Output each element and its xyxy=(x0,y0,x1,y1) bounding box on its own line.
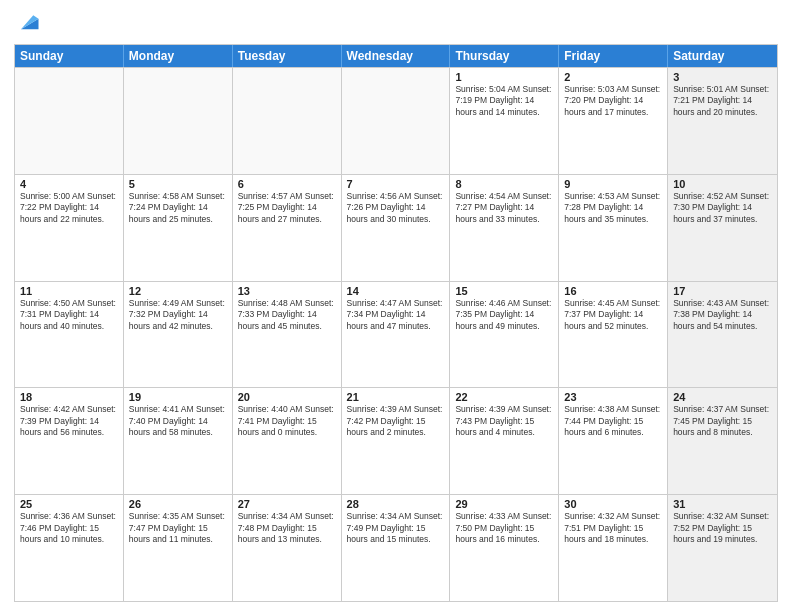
day-info: Sunrise: 5:00 AM Sunset: 7:22 PM Dayligh… xyxy=(20,191,118,225)
day-info: Sunrise: 4:39 AM Sunset: 7:43 PM Dayligh… xyxy=(455,404,553,438)
day-number: 1 xyxy=(455,71,553,83)
header-cell-sunday: Sunday xyxy=(15,45,124,67)
day-number: 9 xyxy=(564,178,662,190)
calendar-cell: 28Sunrise: 4:34 AM Sunset: 7:49 PM Dayli… xyxy=(342,495,451,601)
calendar-cell: 30Sunrise: 4:32 AM Sunset: 7:51 PM Dayli… xyxy=(559,495,668,601)
calendar-cell: 8Sunrise: 4:54 AM Sunset: 7:27 PM Daylig… xyxy=(450,175,559,281)
day-info: Sunrise: 4:38 AM Sunset: 7:44 PM Dayligh… xyxy=(564,404,662,438)
day-number: 13 xyxy=(238,285,336,297)
day-number: 15 xyxy=(455,285,553,297)
day-info: Sunrise: 5:01 AM Sunset: 7:21 PM Dayligh… xyxy=(673,84,772,118)
day-info: Sunrise: 4:32 AM Sunset: 7:51 PM Dayligh… xyxy=(564,511,662,545)
calendar-cell: 12Sunrise: 4:49 AM Sunset: 7:32 PM Dayli… xyxy=(124,282,233,388)
calendar: SundayMondayTuesdayWednesdayThursdayFrid… xyxy=(14,44,778,602)
calendar-cell: 15Sunrise: 4:46 AM Sunset: 7:35 PM Dayli… xyxy=(450,282,559,388)
calendar-cell: 19Sunrise: 4:41 AM Sunset: 7:40 PM Dayli… xyxy=(124,388,233,494)
day-info: Sunrise: 5:04 AM Sunset: 7:19 PM Dayligh… xyxy=(455,84,553,118)
page: SundayMondayTuesdayWednesdayThursdayFrid… xyxy=(0,0,792,612)
header-cell-monday: Monday xyxy=(124,45,233,67)
header-cell-saturday: Saturday xyxy=(668,45,777,67)
day-number: 18 xyxy=(20,391,118,403)
day-info: Sunrise: 5:03 AM Sunset: 7:20 PM Dayligh… xyxy=(564,84,662,118)
calendar-cell: 16Sunrise: 4:45 AM Sunset: 7:37 PM Dayli… xyxy=(559,282,668,388)
day-info: Sunrise: 4:37 AM Sunset: 7:45 PM Dayligh… xyxy=(673,404,772,438)
day-info: Sunrise: 4:39 AM Sunset: 7:42 PM Dayligh… xyxy=(347,404,445,438)
day-number: 30 xyxy=(564,498,662,510)
day-info: Sunrise: 4:57 AM Sunset: 7:25 PM Dayligh… xyxy=(238,191,336,225)
day-info: Sunrise: 4:40 AM Sunset: 7:41 PM Dayligh… xyxy=(238,404,336,438)
day-number: 17 xyxy=(673,285,772,297)
day-number: 12 xyxy=(129,285,227,297)
calendar-cell: 27Sunrise: 4:34 AM Sunset: 7:48 PM Dayli… xyxy=(233,495,342,601)
day-info: Sunrise: 4:33 AM Sunset: 7:50 PM Dayligh… xyxy=(455,511,553,545)
day-number: 14 xyxy=(347,285,445,297)
day-number: 5 xyxy=(129,178,227,190)
calendar-cell: 22Sunrise: 4:39 AM Sunset: 7:43 PM Dayli… xyxy=(450,388,559,494)
calendar-cell: 10Sunrise: 4:52 AM Sunset: 7:30 PM Dayli… xyxy=(668,175,777,281)
day-info: Sunrise: 4:36 AM Sunset: 7:46 PM Dayligh… xyxy=(20,511,118,545)
calendar-cell: 18Sunrise: 4:42 AM Sunset: 7:39 PM Dayli… xyxy=(15,388,124,494)
calendar-row-2: 11Sunrise: 4:50 AM Sunset: 7:31 PM Dayli… xyxy=(15,281,777,388)
calendar-row-3: 18Sunrise: 4:42 AM Sunset: 7:39 PM Dayli… xyxy=(15,387,777,494)
calendar-cell: 13Sunrise: 4:48 AM Sunset: 7:33 PM Dayli… xyxy=(233,282,342,388)
calendar-cell: 14Sunrise: 4:47 AM Sunset: 7:34 PM Dayli… xyxy=(342,282,451,388)
calendar-cell: 25Sunrise: 4:36 AM Sunset: 7:46 PM Dayli… xyxy=(15,495,124,601)
calendar-cell: 1Sunrise: 5:04 AM Sunset: 7:19 PM Daylig… xyxy=(450,68,559,174)
calendar-row-4: 25Sunrise: 4:36 AM Sunset: 7:46 PM Dayli… xyxy=(15,494,777,601)
day-number: 10 xyxy=(673,178,772,190)
day-number: 4 xyxy=(20,178,118,190)
calendar-row-1: 4Sunrise: 5:00 AM Sunset: 7:22 PM Daylig… xyxy=(15,174,777,281)
header xyxy=(14,10,778,38)
day-info: Sunrise: 4:52 AM Sunset: 7:30 PM Dayligh… xyxy=(673,191,772,225)
day-number: 21 xyxy=(347,391,445,403)
header-cell-friday: Friday xyxy=(559,45,668,67)
header-cell-thursday: Thursday xyxy=(450,45,559,67)
day-info: Sunrise: 4:34 AM Sunset: 7:48 PM Dayligh… xyxy=(238,511,336,545)
day-info: Sunrise: 4:50 AM Sunset: 7:31 PM Dayligh… xyxy=(20,298,118,332)
calendar-cell xyxy=(342,68,451,174)
day-info: Sunrise: 4:32 AM Sunset: 7:52 PM Dayligh… xyxy=(673,511,772,545)
day-number: 20 xyxy=(238,391,336,403)
day-number: 24 xyxy=(673,391,772,403)
header-cell-wednesday: Wednesday xyxy=(342,45,451,67)
day-info: Sunrise: 4:46 AM Sunset: 7:35 PM Dayligh… xyxy=(455,298,553,332)
calendar-cell: 5Sunrise: 4:58 AM Sunset: 7:24 PM Daylig… xyxy=(124,175,233,281)
calendar-cell xyxy=(15,68,124,174)
calendar-cell: 31Sunrise: 4:32 AM Sunset: 7:52 PM Dayli… xyxy=(668,495,777,601)
calendar-cell: 6Sunrise: 4:57 AM Sunset: 7:25 PM Daylig… xyxy=(233,175,342,281)
day-number: 19 xyxy=(129,391,227,403)
day-info: Sunrise: 4:54 AM Sunset: 7:27 PM Dayligh… xyxy=(455,191,553,225)
day-info: Sunrise: 4:48 AM Sunset: 7:33 PM Dayligh… xyxy=(238,298,336,332)
calendar-body: 1Sunrise: 5:04 AM Sunset: 7:19 PM Daylig… xyxy=(15,67,777,601)
day-info: Sunrise: 4:56 AM Sunset: 7:26 PM Dayligh… xyxy=(347,191,445,225)
day-number: 7 xyxy=(347,178,445,190)
header-cell-tuesday: Tuesday xyxy=(233,45,342,67)
day-number: 11 xyxy=(20,285,118,297)
calendar-header-row: SundayMondayTuesdayWednesdayThursdayFrid… xyxy=(15,45,777,67)
day-number: 25 xyxy=(20,498,118,510)
day-info: Sunrise: 4:34 AM Sunset: 7:49 PM Dayligh… xyxy=(347,511,445,545)
day-info: Sunrise: 4:41 AM Sunset: 7:40 PM Dayligh… xyxy=(129,404,227,438)
calendar-cell: 9Sunrise: 4:53 AM Sunset: 7:28 PM Daylig… xyxy=(559,175,668,281)
day-number: 6 xyxy=(238,178,336,190)
calendar-cell: 21Sunrise: 4:39 AM Sunset: 7:42 PM Dayli… xyxy=(342,388,451,494)
day-info: Sunrise: 4:43 AM Sunset: 7:38 PM Dayligh… xyxy=(673,298,772,332)
calendar-cell: 24Sunrise: 4:37 AM Sunset: 7:45 PM Dayli… xyxy=(668,388,777,494)
calendar-cell: 20Sunrise: 4:40 AM Sunset: 7:41 PM Dayli… xyxy=(233,388,342,494)
logo xyxy=(14,10,46,38)
calendar-cell: 7Sunrise: 4:56 AM Sunset: 7:26 PM Daylig… xyxy=(342,175,451,281)
day-number: 16 xyxy=(564,285,662,297)
calendar-cell: 3Sunrise: 5:01 AM Sunset: 7:21 PM Daylig… xyxy=(668,68,777,174)
day-info: Sunrise: 4:35 AM Sunset: 7:47 PM Dayligh… xyxy=(129,511,227,545)
day-info: Sunrise: 4:45 AM Sunset: 7:37 PM Dayligh… xyxy=(564,298,662,332)
day-info: Sunrise: 4:58 AM Sunset: 7:24 PM Dayligh… xyxy=(129,191,227,225)
day-info: Sunrise: 4:47 AM Sunset: 7:34 PM Dayligh… xyxy=(347,298,445,332)
day-number: 28 xyxy=(347,498,445,510)
calendar-cell: 23Sunrise: 4:38 AM Sunset: 7:44 PM Dayli… xyxy=(559,388,668,494)
day-info: Sunrise: 4:49 AM Sunset: 7:32 PM Dayligh… xyxy=(129,298,227,332)
day-number: 27 xyxy=(238,498,336,510)
calendar-cell: 2Sunrise: 5:03 AM Sunset: 7:20 PM Daylig… xyxy=(559,68,668,174)
day-number: 2 xyxy=(564,71,662,83)
day-number: 31 xyxy=(673,498,772,510)
calendar-cell xyxy=(124,68,233,174)
